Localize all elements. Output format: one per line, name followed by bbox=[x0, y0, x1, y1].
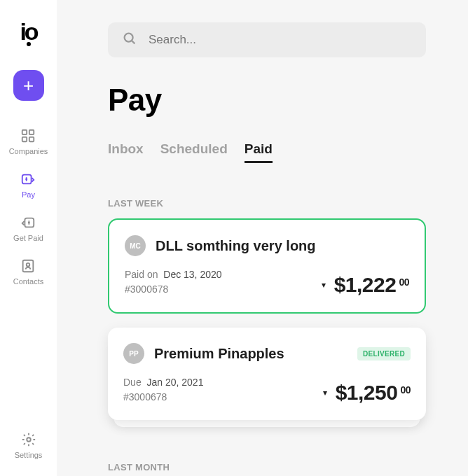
svg-point-7 bbox=[27, 263, 30, 267]
card-meta: Due Jan 20, 2021 #3000678 bbox=[123, 375, 203, 405]
nav-pay[interactable]: Pay bbox=[20, 171, 36, 199]
plus-icon: + bbox=[23, 75, 34, 97]
svg-rect-3 bbox=[29, 137, 34, 141]
svg-point-9 bbox=[125, 34, 133, 42]
avatar: MC bbox=[125, 235, 146, 256]
pay-out-icon bbox=[20, 171, 36, 188]
search-bar[interactable] bbox=[108, 22, 426, 57]
search-input[interactable] bbox=[149, 33, 412, 47]
tab-paid[interactable]: Paid bbox=[245, 141, 273, 163]
nav-contacts[interactable]: Contacts bbox=[13, 258, 43, 286]
nav-label: Contacts bbox=[13, 277, 43, 286]
grid-icon bbox=[20, 127, 36, 144]
pay-in-icon bbox=[20, 214, 36, 231]
svg-point-8 bbox=[27, 438, 31, 442]
app-logo: io bbox=[20, 20, 36, 43]
nav-settings[interactable]: Settings bbox=[15, 431, 43, 459]
main-content: Pay Inbox Scheduled Paid LAST WEEK MC DL… bbox=[57, 0, 468, 476]
page-title: Pay bbox=[108, 83, 426, 118]
sidebar: io + Companies Pay Get Paid Contacts bbox=[0, 0, 57, 476]
card-title: DLL somthing very long bbox=[156, 238, 409, 254]
svg-rect-1 bbox=[29, 130, 34, 134]
svg-rect-0 bbox=[22, 130, 27, 134]
nav-label: Settings bbox=[15, 451, 43, 459]
contacts-icon bbox=[20, 258, 36, 274]
nav-label: Companies bbox=[9, 147, 48, 155]
nav-label: Pay bbox=[22, 190, 35, 199]
card-meta: Paid on Dec 13, 2020 #3000678 bbox=[125, 267, 222, 297]
section-label-last-week: LAST WEEK bbox=[108, 198, 426, 209]
avatar: PP bbox=[123, 343, 144, 364]
add-button[interactable]: + bbox=[13, 70, 44, 101]
tabs: Inbox Scheduled Paid bbox=[108, 141, 426, 163]
svg-rect-2 bbox=[22, 137, 27, 141]
status-badge: DELIVERED bbox=[357, 347, 411, 360]
tab-inbox[interactable]: Inbox bbox=[108, 141, 144, 163]
chevron-down-icon[interactable]: ▾ bbox=[322, 280, 326, 290]
card-amount: ▾ $1,22200 bbox=[322, 273, 409, 297]
payment-card[interactable]: PP Premium Pinapples DELIVERED Due Jan 2… bbox=[108, 328, 426, 420]
payment-card[interactable]: MC DLL somthing very long Paid on Dec 13… bbox=[108, 218, 426, 314]
gear-icon bbox=[20, 431, 37, 448]
search-icon bbox=[122, 31, 137, 49]
tab-scheduled[interactable]: Scheduled bbox=[160, 141, 228, 163]
nav-label: Get Paid bbox=[13, 234, 43, 242]
nav-get-paid[interactable]: Get Paid bbox=[13, 214, 43, 242]
nav-companies[interactable]: Companies bbox=[9, 127, 48, 155]
chevron-down-icon[interactable]: ▾ bbox=[323, 388, 327, 398]
section-label-last-month: LAST MONTH bbox=[108, 462, 426, 472]
card-amount: ▾ $1,25000 bbox=[323, 381, 411, 405]
card-title: Premium Pinapples bbox=[154, 346, 347, 362]
